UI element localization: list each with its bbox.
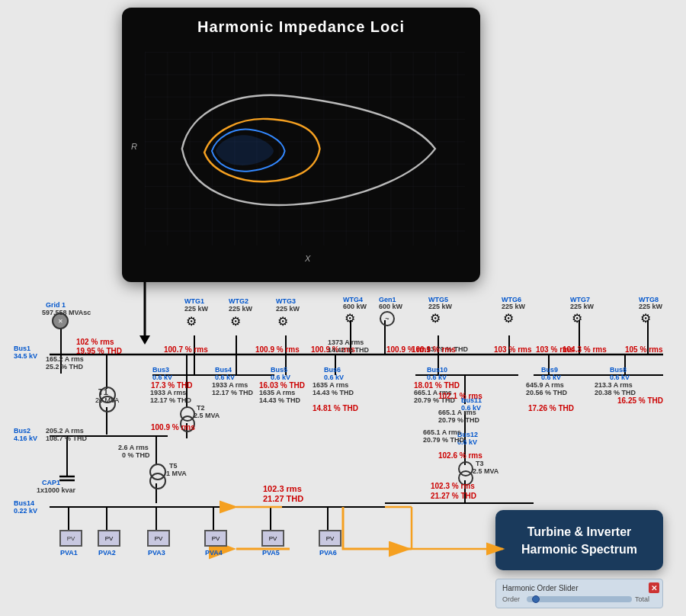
bus4-label: Bus4 — [215, 366, 232, 374]
cap1-val: 1x1000 kvar — [37, 486, 75, 494]
wtg5-kw: 225 kW — [428, 303, 452, 310]
wtg5-symbol: ⚙ — [430, 311, 441, 326]
bus6-wtg4-a: 1373 A rms — [328, 338, 364, 346]
pva2-label: PVA2 — [98, 549, 116, 557]
bus5-kv: 0.6 kV — [271, 374, 290, 381]
pva4-symbol: PV — [204, 530, 227, 547]
rms-102-label: 102.3 rms — [263, 484, 302, 493]
pva6-label: PVA6 — [319, 549, 337, 557]
bus14-label: Bus14 — [14, 499, 34, 507]
bus10-label: Bus10 — [427, 366, 447, 374]
bus11-rms: 102.1 % rms — [438, 392, 482, 400]
bus12-a: 665.1 A rms — [423, 428, 461, 436]
axis-r-label: R — [131, 142, 137, 151]
pva5-symbol: PV — [261, 530, 284, 547]
popup-title: Turbine & Inverter — [527, 525, 632, 538]
bus3-a: 1933 A rms — [150, 389, 186, 396]
order-label: Order — [502, 595, 524, 603]
pva1-symbol: PV — [59, 530, 82, 547]
t3-rms: 102.6 % rms — [438, 451, 482, 460]
t5-label: T5 — [169, 462, 178, 470]
wtg3-kw: 225 kW — [276, 305, 300, 313]
bus6-a: 1635 A rms — [313, 381, 348, 389]
wtg1-label: WTG1 — [184, 297, 204, 305]
pva1-label: PVA1 — [60, 549, 78, 557]
bus6-thd: 14.43 % THD — [313, 389, 354, 396]
bus3-kv: 0.6 kV — [152, 374, 172, 381]
bus11-a: 665.1 A rms — [438, 409, 476, 416]
bus5-a: 1635 A rms — [259, 389, 295, 396]
wtg6-symbol: ⚙ — [503, 311, 514, 326]
wtg7-symbol: ⚙ — [572, 311, 582, 326]
bus2-kv: 4.16 kV — [14, 435, 37, 442]
bus9-thd: 20.56 % THD — [526, 389, 567, 396]
svg-marker-2 — [139, 335, 150, 345]
bus2-26: 2.6 A rms — [118, 444, 149, 451]
svg-rect-0 — [145, 52, 465, 245]
slider-close-button[interactable]: ✕ — [649, 582, 659, 593]
t3-label: T3 — [476, 460, 484, 467]
bus6-wtg4-thd: 14.42 % THD — [328, 346, 369, 354]
slider-thumb[interactable] — [532, 595, 540, 603]
bus1-a: 165.2 A rms — [46, 355, 84, 363]
wtg2-kw: 225 kW — [229, 305, 252, 313]
chart-area: R — [145, 42, 465, 263]
bus17-thd: 17.26 % THD — [528, 404, 574, 412]
wtg6-kw: 225 kW — [502, 303, 525, 310]
t1-circle2 — [99, 396, 116, 412]
bus2-label: Bus2 — [14, 427, 30, 435]
bus8-label: Bus8 — [610, 366, 627, 374]
pva3-label: PVA3 — [148, 549, 165, 557]
pva6-symbol: PV — [319, 530, 341, 547]
wtg5-rms: 100.9 % rms — [412, 345, 456, 354]
t5-mva: 1 MVA — [166, 470, 187, 477]
slider-track[interactable] — [527, 596, 632, 602]
slider-box[interactable]: ✕ Harmonic Order Slider Order Total — [495, 579, 663, 608]
t2-mva: 2.5 MVA — [194, 412, 220, 419]
bus1-thd2: 25.2 % THD — [46, 363, 83, 371]
t2-label: T2 — [197, 404, 205, 412]
bus9-kv: 0.6 kV — [541, 374, 561, 381]
bus4-a: 1933 A rms — [212, 381, 248, 389]
wtg3-label: WTG3 — [276, 297, 296, 305]
t2-100: 100.9 % rms — [151, 423, 195, 432]
bus8-a: 213.3 A rms — [595, 381, 633, 389]
bus1-kv: 34.5 kV — [14, 352, 37, 360]
pva2-symbol: PV — [98, 530, 120, 547]
total-label: Total — [635, 595, 656, 603]
bus6-label: Bus6 — [324, 366, 341, 374]
main-container: Harmonic Impedance Loci R — [0, 0, 686, 616]
pva5-label: PVA5 — [262, 549, 280, 557]
bus4-kv: 0.6 kV — [215, 374, 235, 381]
bus4-thd: 12.17 % THD — [212, 389, 253, 396]
bus5-100: 100.9 % rms — [255, 345, 300, 354]
cap1-label: CAP1 — [42, 479, 60, 486]
axis-x-label: X — [305, 254, 310, 263]
bus8-thd: 20.38 % THD — [595, 389, 636, 396]
wtg1-symbol: ⚙ — [186, 314, 197, 329]
t3-102-3: 102.3 % rms — [431, 482, 475, 490]
bus2-0: 0 % THD — [122, 451, 150, 459]
pva3-symbol: PV — [147, 530, 170, 547]
wtg4-symbol: ⚙ — [345, 311, 355, 326]
bus6-1481: 14.81 % THD — [313, 404, 358, 412]
wtg3-symbol: ⚙ — [277, 314, 288, 329]
wtg4-kw: 600 kW — [343, 303, 367, 310]
bus9-a: 645.9 A rms — [526, 381, 564, 389]
slider-row: Order Total — [502, 595, 656, 603]
grid1-value: 597.558 MVAsc — [42, 309, 91, 316]
wtg7-kw: 225 kW — [570, 303, 594, 310]
gen1-kw: 600 kW — [379, 303, 402, 310]
popup-subtitle: Harmonic Spectrum — [521, 543, 637, 556]
chart-panel: Harmonic Impedance Loci R — [122, 8, 480, 282]
pva4-label: PVA4 — [205, 549, 223, 557]
thd-21-label: 21.27 THD — [263, 494, 303, 503]
wtg1-rms: 100.7 % rms — [164, 345, 208, 354]
bus5-label: Bus5 — [271, 366, 287, 374]
bus3-label: Bus3 — [152, 366, 169, 374]
wtg8-105: 105 % rms — [625, 345, 662, 354]
bus2-thd: 108.7 % THD — [46, 435, 87, 442]
bus14-kv: 0.22 kV — [14, 507, 37, 515]
t3-thd: 21.27 % THD — [431, 492, 476, 500]
wtg8-kw: 225 kW — [639, 303, 662, 310]
